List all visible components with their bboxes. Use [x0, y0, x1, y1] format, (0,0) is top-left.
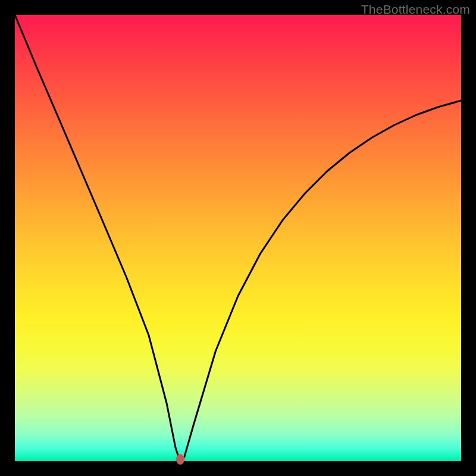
- chart-container: TheBottleneck.com: [0, 0, 476, 476]
- minimum-marker: [176, 454, 184, 465]
- bottleneck-curve: [15, 15, 461, 461]
- watermark-text: TheBottleneck.com: [361, 2, 470, 17]
- plot-outer: [15, 15, 461, 461]
